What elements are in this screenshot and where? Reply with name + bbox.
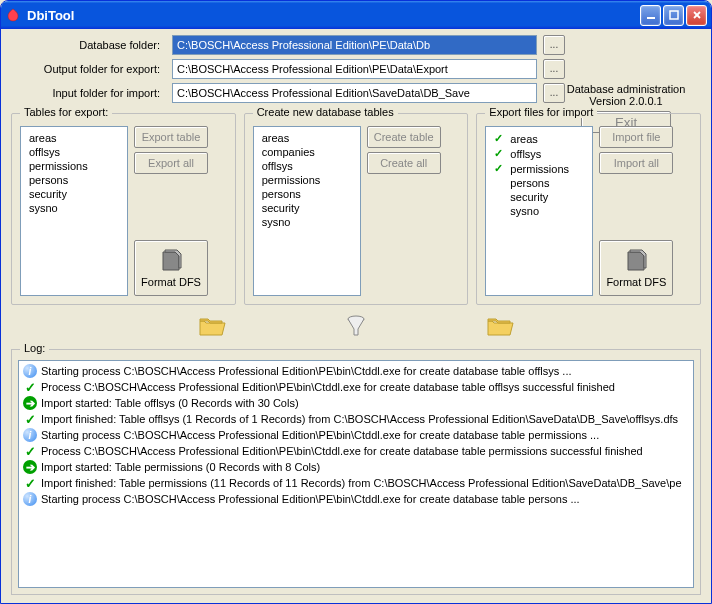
input-folder-input[interactable]: [172, 83, 537, 103]
arrow-icon: ➔: [23, 460, 37, 474]
check-icon: ✓: [494, 132, 506, 145]
list-item[interactable]: persons: [256, 187, 358, 201]
document-shape-icon: [622, 248, 650, 274]
info-icon: i: [23, 428, 37, 442]
check-icon: ✓: [494, 147, 506, 160]
list-item[interactable]: ✓areas: [488, 131, 590, 146]
import-all-button[interactable]: Import all: [599, 152, 673, 174]
list-item[interactable]: offlsys: [256, 159, 358, 173]
list-item-label: areas: [510, 133, 538, 145]
output-folder-browse-button[interactable]: ...: [543, 59, 565, 79]
tables-for-export-group: Tables for export: areasofflsyspermissio…: [11, 113, 236, 305]
create-tables-group: Create new database tables areascompanie…: [244, 113, 469, 305]
check-icon: ✓: [23, 380, 37, 394]
svg-rect-1: [670, 11, 678, 19]
log-title: Log:: [20, 342, 49, 354]
import-files-list[interactable]: ✓areas✓offlsys✓permissionspersonssecurit…: [485, 126, 593, 296]
db-folder-input[interactable]: [172, 35, 537, 55]
app-window: DbiTool Database folder: ... Output fold…: [0, 0, 712, 604]
svg-marker-4: [163, 252, 179, 270]
log-text: Import started: Table permissions (0 Rec…: [41, 461, 320, 473]
log-group: Log: iStarting process C:\BOSCH\Access P…: [11, 349, 701, 595]
list-item[interactable]: sysno: [23, 201, 125, 215]
list-item[interactable]: companies: [256, 145, 358, 159]
log-row[interactable]: ✓Import finished: Table permissions (11 …: [21, 475, 691, 491]
list-item[interactable]: security: [488, 190, 590, 204]
document-shape-icon: [157, 248, 185, 274]
titlebar[interactable]: DbiTool: [1, 1, 711, 29]
list-item[interactable]: areas: [256, 131, 358, 145]
input-folder-label: Input folder for import:: [11, 87, 166, 99]
create-table-button[interactable]: Create table: [367, 126, 441, 148]
log-row[interactable]: iStarting process C:\BOSCH\Access Profes…: [21, 363, 691, 379]
list-item[interactable]: offlsys: [23, 145, 125, 159]
format-dfs-import-label: Format DFS: [606, 276, 666, 288]
db-folder-browse-button[interactable]: ...: [543, 35, 565, 55]
log-text: Starting process C:\BOSCH\Access Profess…: [41, 365, 572, 377]
db-admin-title: Database administration: [561, 83, 691, 95]
list-item[interactable]: ✓offlsys: [488, 146, 590, 161]
list-item[interactable]: sysno: [488, 204, 590, 218]
export-table-button[interactable]: Export table: [134, 126, 208, 148]
log-row[interactable]: ✓Process C:\BOSCH\Access Professional Ed…: [21, 443, 691, 459]
close-button[interactable]: [686, 5, 707, 26]
check-icon: ✓: [23, 412, 37, 426]
list-item[interactable]: security: [256, 201, 358, 215]
log-row[interactable]: iStarting process C:\BOSCH\Access Profes…: [21, 491, 691, 507]
list-item[interactable]: persons: [488, 176, 590, 190]
info-icon: i: [23, 364, 37, 378]
funnel-icon[interactable]: [346, 315, 366, 339]
list-item[interactable]: permissions: [256, 173, 358, 187]
svg-marker-6: [628, 252, 644, 270]
list-item[interactable]: areas: [23, 131, 125, 145]
output-folder-input[interactable]: [172, 59, 537, 79]
log-row[interactable]: ✓Import finished: Table offlsys (1 Recor…: [21, 411, 691, 427]
check-icon: ✓: [494, 162, 506, 175]
db-folder-label: Database folder:: [11, 39, 166, 51]
output-folder-label: Output folder for export:: [11, 63, 166, 75]
list-item[interactable]: ✓permissions: [488, 161, 590, 176]
list-item-label: sysno: [510, 205, 539, 217]
minimize-button[interactable]: [640, 5, 661, 26]
list-item[interactable]: permissions: [23, 159, 125, 173]
log-text: Starting process C:\BOSCH\Access Profess…: [41, 493, 580, 505]
log-text: Starting process C:\BOSCH\Access Profess…: [41, 429, 599, 441]
format-dfs-export-label: Format DFS: [141, 276, 201, 288]
export-files-for-import-group: Export files for import ✓areas✓offlsys✓p…: [476, 113, 701, 305]
list-item[interactable]: persons: [23, 173, 125, 187]
app-icon: [5, 7, 21, 23]
list-item-label: persons: [510, 177, 549, 189]
log-text: Process C:\BOSCH\Access Professional Edi…: [41, 445, 643, 457]
list-item[interactable]: sysno: [256, 215, 358, 229]
import-file-button[interactable]: Import file: [599, 126, 673, 148]
info-icon: i: [23, 492, 37, 506]
log-row[interactable]: ➔Import started: Table permissions (0 Re…: [21, 459, 691, 475]
create-tables-list[interactable]: areascompaniesofflsyspermissionspersonss…: [253, 126, 361, 296]
arrow-icon: ➔: [23, 396, 37, 410]
log-row[interactable]: ✓Process C:\BOSCH\Access Professional Ed…: [21, 379, 691, 395]
window-title: DbiTool: [27, 8, 74, 23]
list-item-label: offlsys: [510, 148, 541, 160]
format-dfs-import-button[interactable]: Format DFS: [599, 240, 673, 296]
format-dfs-export-button[interactable]: Format DFS: [134, 240, 208, 296]
log-list[interactable]: iStarting process C:\BOSCH\Access Profes…: [18, 360, 694, 588]
import-group-title: Export files for import: [485, 106, 597, 118]
log-text: Import finished: Table offlsys (1 Record…: [41, 413, 678, 425]
export-all-button[interactable]: Export all: [134, 152, 208, 174]
svg-rect-0: [647, 17, 655, 19]
log-row[interactable]: ➔Import started: Table offlsys (0 Record…: [21, 395, 691, 411]
create-all-button[interactable]: Create all: [367, 152, 441, 174]
folder-open-icon[interactable]: [486, 315, 514, 339]
log-text: Import started: Table offlsys (0 Records…: [41, 397, 299, 409]
list-item[interactable]: security: [23, 187, 125, 201]
check-icon: ✓: [23, 444, 37, 458]
create-group-title: Create new database tables: [253, 106, 398, 118]
log-text: Import finished: Table permissions (11 R…: [41, 477, 682, 489]
list-item-label: security: [510, 191, 548, 203]
log-row[interactable]: iStarting process C:\BOSCH\Access Profes…: [21, 427, 691, 443]
export-tables-list[interactable]: areasofflsyspermissionspersonssecuritysy…: [20, 126, 128, 296]
check-icon: ✓: [23, 476, 37, 490]
maximize-button[interactable]: [663, 5, 684, 26]
folder-open-icon[interactable]: [198, 315, 226, 339]
export-group-title: Tables for export:: [20, 106, 112, 118]
